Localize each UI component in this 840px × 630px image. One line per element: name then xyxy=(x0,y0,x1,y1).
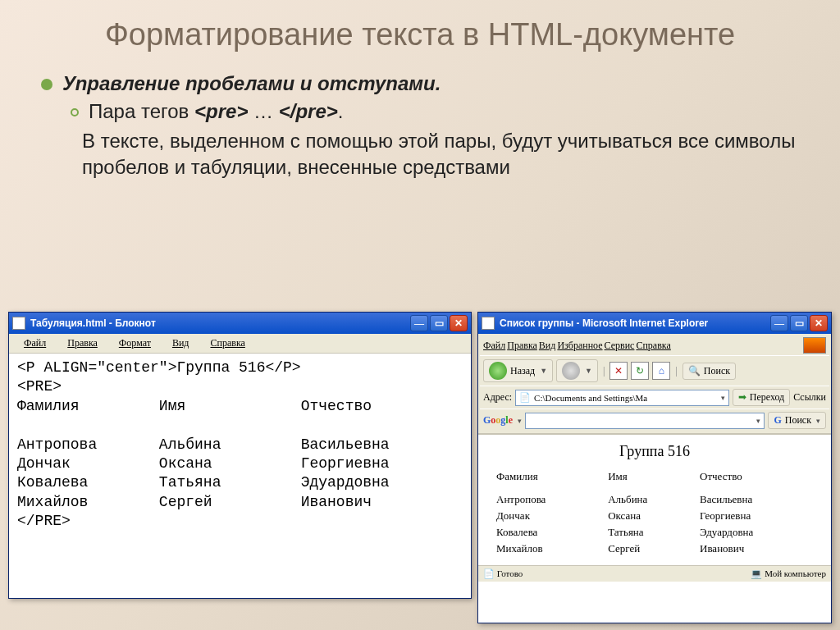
menu-file[interactable]: Файл xyxy=(14,336,56,351)
home-button[interactable]: ⌂ xyxy=(652,362,670,380)
ie-page-content: Группа 516 Фамилия Имя Отчество Антропов… xyxy=(478,434,831,565)
address-bar-row: Адрес: 📄 C:\Documents and Settings\Ма ▾ … xyxy=(480,386,829,409)
menu-edit[interactable]: Правка xyxy=(57,336,107,351)
ie-menu-tools[interactable]: Сервис xyxy=(605,340,635,352)
ie-menu-help[interactable]: Справка xyxy=(636,340,670,352)
bullet-level1: Управление пробелами и отступами. xyxy=(41,72,799,95)
bullet2-prefix: Пара тегов xyxy=(89,100,194,122)
group-table: Фамилия Имя Отчество АнтроповаАльбинаВас… xyxy=(493,468,816,557)
minimize-button[interactable]: — xyxy=(410,315,428,331)
go-label: Переход xyxy=(750,391,784,404)
table-header-row: Фамилия Имя Отчество xyxy=(493,468,816,485)
table-row: КовалеваТатьянаЭдуардовна xyxy=(493,524,816,541)
table-row: ДончакОксанаГеоргиевна xyxy=(493,508,816,524)
bullet1-text: Управление пробелами и отступами. xyxy=(62,72,441,95)
menu-view[interactable]: Вид xyxy=(162,336,199,351)
ie-icon xyxy=(482,317,495,330)
ie-toolbar: Файл Правка Вид Избранное Сервис Справка… xyxy=(478,334,831,434)
address-value: C:\Documents and Settings\Ма xyxy=(534,393,647,403)
bullet-dot-icon xyxy=(41,79,52,90)
ie-menu-favorites[interactable]: Избранное xyxy=(557,340,602,352)
notepad-code: <P ALIGN="center">Группа 516</P> <PRE> Ф… xyxy=(17,358,463,532)
ie-menu-file[interactable]: Файл xyxy=(483,340,505,352)
go-button[interactable]: ➡ Переход xyxy=(733,389,790,406)
links-label[interactable]: Ссылки xyxy=(793,391,826,404)
col-surname: Фамилия xyxy=(493,468,605,485)
ie-nav-toolbar: Назад ▼ ▼ | ✕ ↻ ⌂ | 🔍 Поиск xyxy=(480,355,829,386)
bullet2-mid: … xyxy=(248,100,278,122)
google-search-button[interactable]: G Поиск▾ xyxy=(768,412,826,429)
menu-help[interactable]: Справка xyxy=(200,336,254,351)
back-label: Назад xyxy=(510,365,535,377)
close-button[interactable]: ✕ xyxy=(450,315,468,331)
slide-content: Управление пробелами и отступами. Пара т… xyxy=(0,72,840,181)
ie-menubar: Файл Правка Вид Избранное Сервис Справка xyxy=(480,336,829,355)
status-zone: 💻 Мой компьютер xyxy=(751,568,826,579)
refresh-button[interactable]: ↻ xyxy=(631,362,649,380)
bullet2-suffix: . xyxy=(338,100,344,122)
ie-statusbar: 📄 Готово 💻 Мой компьютер xyxy=(478,565,831,582)
search-label: Поиск xyxy=(704,365,730,377)
slide-title: Форматирование текста в HTML-документе xyxy=(0,0,840,62)
forward-button[interactable]: ▼ xyxy=(556,359,598,382)
ie-titlebar[interactable]: Список группы - Microsoft Internet Explo… xyxy=(478,313,831,334)
table-row: МихайловСергейИванович xyxy=(493,541,816,557)
ie-maximize-button[interactable]: ▭ xyxy=(790,315,808,331)
notepad-window: Табуляция.html - Блокнот — ▭ ✕ Файл Прав… xyxy=(8,312,472,599)
bullet-level2: Пара тегов <pre> … </pre>. xyxy=(71,100,799,123)
menu-format[interactable]: Формат xyxy=(109,336,161,351)
notepad-body[interactable]: <P ALIGN="center">Группа 516</P> <PRE> Ф… xyxy=(9,354,471,536)
ie-menu-edit[interactable]: Правка xyxy=(507,340,537,352)
search-icon: 🔍 xyxy=(688,365,701,377)
google-search-input[interactable]: ▾ xyxy=(525,413,765,429)
page-heading: Группа 516 xyxy=(493,443,816,460)
table-row: АнтроповаАльбинаВасильевна xyxy=(493,491,816,508)
address-label: Адрес: xyxy=(483,391,512,404)
address-dropdown-icon[interactable]: ▾ xyxy=(719,394,725,402)
ie-window: Список группы - Microsoft Internet Explo… xyxy=(477,312,832,623)
bullet-ring-icon xyxy=(71,108,79,116)
col-patronymic: Отчество xyxy=(696,468,816,485)
go-arrow-icon: ➡ xyxy=(738,391,746,404)
back-arrow-icon xyxy=(489,362,507,380)
back-button[interactable]: Назад ▼ xyxy=(483,359,553,382)
stop-button[interactable]: ✕ xyxy=(609,362,628,380)
ie-menu-view[interactable]: Вид xyxy=(539,340,556,352)
notepad-menubar: Файл Правка Формат Вид Справка xyxy=(9,334,471,354)
google-logo[interactable]: Google xyxy=(483,414,513,427)
status-ready: 📄 Готово xyxy=(483,568,523,579)
google-toolbar: Google▾ ▾ G Поиск▾ xyxy=(480,409,829,431)
ie-close-button[interactable]: ✕ xyxy=(810,315,828,331)
google-g-icon: G xyxy=(774,414,781,427)
search-button[interactable]: 🔍 Поиск xyxy=(682,363,736,380)
maximize-button[interactable]: ▭ xyxy=(430,315,448,331)
page-icon: 📄 xyxy=(519,392,531,403)
bullet2-text: Пара тегов <pre> … </pre>. xyxy=(89,100,343,123)
ie-title: Список группы - Microsoft Internet Explo… xyxy=(500,317,770,329)
chevron-down-icon: ▼ xyxy=(538,367,547,375)
google-search-label: Поиск xyxy=(785,414,811,427)
paragraph-text: В тексте, выделенном с помощью этой пары… xyxy=(82,128,799,181)
notepad-title: Табуляция.html - Блокнот xyxy=(30,317,410,329)
pre-close-tag: </pre> xyxy=(279,100,338,122)
pre-open-tag: <pre> xyxy=(194,100,248,122)
notepad-icon xyxy=(12,317,25,330)
col-name: Имя xyxy=(605,468,696,485)
forward-arrow-icon xyxy=(562,362,580,380)
notepad-titlebar[interactable]: Табуляция.html - Блокнот — ▭ ✕ xyxy=(9,313,471,334)
address-input[interactable]: 📄 C:\Documents and Settings\Ма ▾ xyxy=(515,390,729,406)
ie-minimize-button[interactable]: — xyxy=(770,315,788,331)
windows-logo-icon xyxy=(803,337,826,354)
